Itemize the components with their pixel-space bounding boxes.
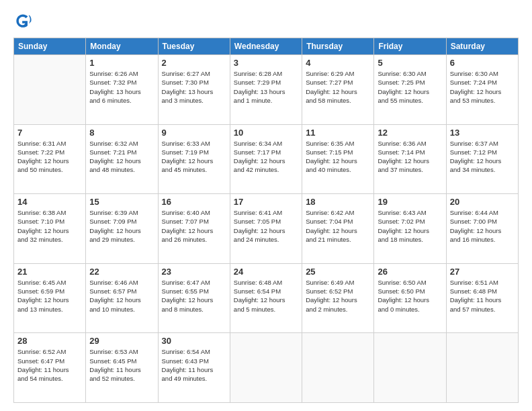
calendar-cell: 26Sunrise: 6:50 AM Sunset: 6:50 PM Dayli… (374, 263, 446, 333)
day-number: 2 (162, 58, 226, 68)
day-number: 27 (450, 267, 515, 277)
day-info: Sunrise: 6:30 AM Sunset: 7:24 PM Dayligh… (450, 69, 515, 105)
day-info: Sunrise: 6:35 AM Sunset: 7:15 PM Dayligh… (306, 139, 370, 175)
calendar-body: 1Sunrise: 6:26 AM Sunset: 7:32 PM Daylig… (14, 55, 519, 403)
calendar-cell: 9Sunrise: 6:33 AM Sunset: 7:19 PM Daylig… (158, 124, 230, 194)
calendar-cell (230, 333, 302, 403)
day-number: 28 (17, 336, 82, 346)
day-number: 4 (306, 58, 370, 68)
day-info: Sunrise: 6:46 AM Sunset: 6:57 PM Dayligh… (89, 278, 154, 314)
day-info: Sunrise: 6:52 AM Sunset: 6:47 PM Dayligh… (17, 347, 82, 383)
week-row-1: 1Sunrise: 6:26 AM Sunset: 7:32 PM Daylig… (14, 55, 519, 125)
day-info: Sunrise: 6:42 AM Sunset: 7:04 PM Dayligh… (306, 208, 370, 244)
day-number: 23 (162, 267, 226, 277)
day-info: Sunrise: 6:39 AM Sunset: 7:09 PM Dayligh… (89, 208, 154, 244)
day-number: 5 (378, 58, 442, 68)
day-info: Sunrise: 6:29 AM Sunset: 7:27 PM Dayligh… (306, 69, 370, 105)
week-row-4: 21Sunrise: 6:45 AM Sunset: 6:59 PM Dayli… (14, 263, 519, 333)
day-number: 8 (89, 128, 154, 138)
calendar-cell: 19Sunrise: 6:43 AM Sunset: 7:02 PM Dayli… (374, 194, 446, 264)
calendar-cell: 5Sunrise: 6:30 AM Sunset: 7:25 PM Daylig… (374, 55, 446, 125)
day-number: 29 (89, 336, 154, 346)
day-info: Sunrise: 6:37 AM Sunset: 7:12 PM Dayligh… (450, 139, 515, 175)
day-number: 1 (89, 58, 154, 68)
calendar-cell: 24Sunrise: 6:48 AM Sunset: 6:54 PM Dayli… (230, 263, 302, 333)
day-info: Sunrise: 6:54 AM Sunset: 6:43 PM Dayligh… (162, 347, 226, 383)
calendar-cell (446, 333, 518, 403)
calendar-cell: 21Sunrise: 6:45 AM Sunset: 6:59 PM Dayli… (14, 263, 86, 333)
day-number: 26 (378, 267, 442, 277)
calendar-cell: 15Sunrise: 6:39 AM Sunset: 7:09 PM Dayli… (86, 194, 158, 264)
day-number: 30 (162, 336, 226, 346)
day-info: Sunrise: 6:28 AM Sunset: 7:29 PM Dayligh… (234, 69, 298, 105)
calendar-cell: 20Sunrise: 6:44 AM Sunset: 7:00 PM Dayli… (446, 194, 518, 264)
day-number: 17 (234, 197, 298, 207)
day-header-tuesday: Tuesday (158, 38, 230, 55)
days-of-week-row: SundayMondayTuesdayWednesdayThursdayFrid… (14, 38, 519, 55)
logo (13, 12, 35, 31)
calendar-cell: 30Sunrise: 6:54 AM Sunset: 6:43 PM Dayli… (158, 333, 230, 403)
day-info: Sunrise: 6:33 AM Sunset: 7:19 PM Dayligh… (162, 139, 226, 175)
calendar-cell: 6Sunrise: 6:30 AM Sunset: 7:24 PM Daylig… (446, 55, 518, 125)
day-number: 14 (17, 197, 82, 207)
week-row-3: 14Sunrise: 6:38 AM Sunset: 7:10 PM Dayli… (14, 194, 519, 264)
day-info: Sunrise: 6:31 AM Sunset: 7:22 PM Dayligh… (17, 139, 82, 175)
day-info: Sunrise: 6:45 AM Sunset: 6:59 PM Dayligh… (17, 278, 82, 314)
day-header-friday: Friday (374, 38, 446, 55)
calendar-cell: 16Sunrise: 6:40 AM Sunset: 7:07 PM Dayli… (158, 194, 230, 264)
day-info: Sunrise: 6:41 AM Sunset: 7:05 PM Dayligh… (234, 208, 298, 244)
calendar-cell (374, 333, 446, 403)
calendar-cell: 22Sunrise: 6:46 AM Sunset: 6:57 PM Dayli… (86, 263, 158, 333)
day-info: Sunrise: 6:48 AM Sunset: 6:54 PM Dayligh… (234, 278, 298, 314)
logo-icon (13, 12, 32, 31)
day-number: 7 (17, 128, 82, 138)
day-number: 3 (234, 58, 298, 68)
day-info: Sunrise: 6:49 AM Sunset: 6:52 PM Dayligh… (306, 278, 370, 314)
day-number: 25 (306, 267, 370, 277)
day-number: 24 (234, 267, 298, 277)
day-number: 19 (378, 197, 442, 207)
day-header-saturday: Saturday (446, 38, 518, 55)
calendar-cell: 28Sunrise: 6:52 AM Sunset: 6:47 PM Dayli… (14, 333, 86, 403)
day-number: 10 (234, 128, 298, 138)
header (13, 12, 519, 31)
page: SundayMondayTuesdayWednesdayThursdayFrid… (0, 0, 532, 411)
calendar-cell: 3Sunrise: 6:28 AM Sunset: 7:29 PM Daylig… (230, 55, 302, 125)
day-number: 12 (378, 128, 442, 138)
day-info: Sunrise: 6:43 AM Sunset: 7:02 PM Dayligh… (378, 208, 442, 244)
day-info: Sunrise: 6:26 AM Sunset: 7:32 PM Dayligh… (89, 69, 154, 105)
calendar-cell: 8Sunrise: 6:32 AM Sunset: 7:21 PM Daylig… (86, 124, 158, 194)
calendar-cell: 2Sunrise: 6:27 AM Sunset: 7:30 PM Daylig… (158, 55, 230, 125)
day-number: 20 (450, 197, 515, 207)
day-info: Sunrise: 6:38 AM Sunset: 7:10 PM Dayligh… (17, 208, 82, 244)
day-number: 18 (306, 197, 370, 207)
day-info: Sunrise: 6:30 AM Sunset: 7:25 PM Dayligh… (378, 69, 442, 105)
calendar-cell (302, 333, 374, 403)
calendar-cell: 23Sunrise: 6:47 AM Sunset: 6:55 PM Dayli… (158, 263, 230, 333)
day-number: 15 (89, 197, 154, 207)
day-header-thursday: Thursday (302, 38, 374, 55)
calendar-cell: 13Sunrise: 6:37 AM Sunset: 7:12 PM Dayli… (446, 124, 518, 194)
calendar-cell: 25Sunrise: 6:49 AM Sunset: 6:52 PM Dayli… (302, 263, 374, 333)
calendar-cell: 14Sunrise: 6:38 AM Sunset: 7:10 PM Dayli… (14, 194, 86, 264)
day-number: 13 (450, 128, 515, 138)
calendar-cell: 11Sunrise: 6:35 AM Sunset: 7:15 PM Dayli… (302, 124, 374, 194)
day-number: 22 (89, 267, 154, 277)
calendar-cell: 17Sunrise: 6:41 AM Sunset: 7:05 PM Dayli… (230, 194, 302, 264)
calendar-cell: 4Sunrise: 6:29 AM Sunset: 7:27 PM Daylig… (302, 55, 374, 125)
week-row-2: 7Sunrise: 6:31 AM Sunset: 7:22 PM Daylig… (14, 124, 519, 194)
day-info: Sunrise: 6:50 AM Sunset: 6:50 PM Dayligh… (378, 278, 442, 314)
calendar-cell: 27Sunrise: 6:51 AM Sunset: 6:48 PM Dayli… (446, 263, 518, 333)
calendar-cell: 29Sunrise: 6:53 AM Sunset: 6:45 PM Dayli… (86, 333, 158, 403)
calendar-cell: 12Sunrise: 6:36 AM Sunset: 7:14 PM Dayli… (374, 124, 446, 194)
day-number: 16 (162, 197, 226, 207)
calendar-header: SundayMondayTuesdayWednesdayThursdayFrid… (14, 38, 519, 55)
calendar-cell: 10Sunrise: 6:34 AM Sunset: 7:17 PM Dayli… (230, 124, 302, 194)
calendar-cell: 7Sunrise: 6:31 AM Sunset: 7:22 PM Daylig… (14, 124, 86, 194)
day-info: Sunrise: 6:32 AM Sunset: 7:21 PM Dayligh… (89, 139, 154, 175)
day-header-sunday: Sunday (14, 38, 86, 55)
calendar-cell: 18Sunrise: 6:42 AM Sunset: 7:04 PM Dayli… (302, 194, 374, 264)
week-row-5: 28Sunrise: 6:52 AM Sunset: 6:47 PM Dayli… (14, 333, 519, 403)
calendar-cell (14, 55, 86, 125)
day-number: 11 (306, 128, 370, 138)
